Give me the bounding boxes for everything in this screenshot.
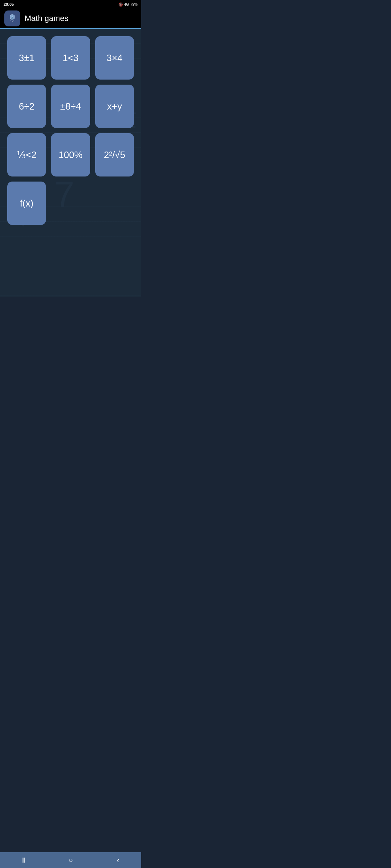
signal-label: 4G <box>124 3 129 7</box>
mute-icon: 🔇 <box>118 3 123 7</box>
game-card-percentages[interactable]: 100% <box>51 133 90 176</box>
game-label-fractions: ⅓<2 <box>17 149 37 161</box>
game-card-powers-roots[interactable]: 2²/√5 <box>95 133 134 176</box>
battery-label: 79% <box>130 3 138 7</box>
game-label-multiplication: 3×4 <box>106 52 122 64</box>
game-label-arithmetic: 3±1 <box>19 52 34 64</box>
game-card-multiplication[interactable]: 3×4 <box>95 36 134 80</box>
game-card-comparison[interactable]: 1<3 <box>51 36 90 80</box>
svg-text:4: 4 <box>13 20 14 21</box>
game-label-functions: f(x) <box>20 198 34 209</box>
game-label-percentages: 100% <box>59 149 83 161</box>
svg-text:2: 2 <box>10 20 11 21</box>
game-label-division: 6÷2 <box>19 101 34 112</box>
status-bar: 20:05 🔇 4G 79% <box>0 0 141 9</box>
status-right: 🔇 4G 79% <box>118 3 138 7</box>
game-card-fractions[interactable]: ⅓<2 <box>7 133 46 176</box>
svg-text:11: 11 <box>12 15 13 17</box>
game-label-mixed-division: ±8÷4 <box>60 101 81 112</box>
game-card-mixed-division[interactable]: ±8÷4 <box>51 85 90 128</box>
game-label-powers-roots: 2²/√5 <box>104 149 125 161</box>
games-grid: 3±1 1<3 3×4 6÷2 ±8÷4 x+y ⅓<2 100% 2²/√5 … <box>7 36 134 225</box>
svg-text:5: 5 <box>12 21 13 22</box>
app-bar: 11 7 2 5 4 Math games <box>0 9 141 29</box>
main-content: ∑ π 7 √ 3±1 1<3 3×4 6÷2 ±8÷4 x+y ⅓<2 100… <box>0 29 141 297</box>
game-card-division[interactable]: 6÷2 <box>7 85 46 128</box>
game-card-functions[interactable]: f(x) <box>7 182 46 225</box>
app-icon: 11 7 2 5 4 <box>4 10 20 26</box>
game-label-algebra: x+y <box>107 101 122 112</box>
game-card-arithmetic[interactable]: 3±1 <box>7 36 46 80</box>
game-label-comparison: 1<3 <box>63 52 79 64</box>
status-time: 20:05 <box>4 2 14 7</box>
game-card-algebra[interactable]: x+y <box>95 85 134 128</box>
app-title: Math games <box>25 14 68 23</box>
